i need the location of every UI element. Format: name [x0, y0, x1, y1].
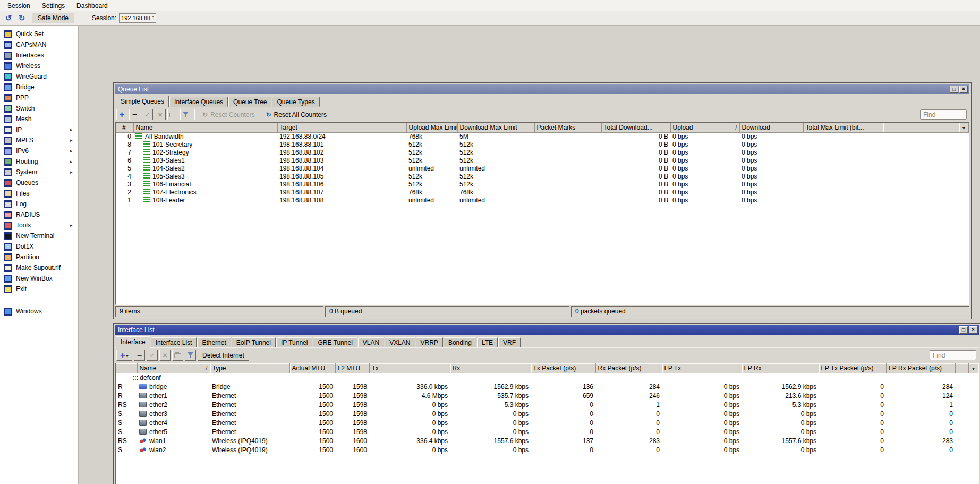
column-header-tx-packet[interactable]: Tx Packet (p/s) — [531, 363, 595, 373]
tab-lte[interactable]: LTE — [477, 337, 498, 347]
sidebar-item-ip[interactable]: IP ▸ — [0, 124, 78, 135]
tab-queue-tree[interactable]: Queue Tree — [228, 97, 271, 107]
tab-simple-queues[interactable]: Simple Queues — [116, 96, 169, 107]
reset-all-counters-button[interactable]: Reset All Counters — [261, 109, 331, 120]
redo-icon[interactable] — [16, 13, 27, 23]
sidebar-item-capsman[interactable]: CAPsMAN — [0, 39, 78, 50]
column-header-rx-packet[interactable]: Rx Packet (p/s) — [595, 363, 662, 373]
column-header-download[interactable]: Download — [739, 123, 803, 132]
remove-button[interactable] — [129, 109, 140, 120]
sidebar-item-files[interactable]: Files — [0, 188, 78, 199]
sidebar-item-bridge[interactable]: Bridge — [0, 82, 78, 92]
sidebar-item-dot1x[interactable]: Dot1X — [0, 241, 78, 252]
column-header-name[interactable]: Name — [133, 123, 277, 132]
tab-eoip-tunnel[interactable]: EoIP Tunnel — [232, 337, 276, 347]
interface-row-bridge[interactable]: R bridge Bridge 1500 1598 336.0 kbps 156… — [116, 382, 978, 391]
column-header-fp-tx-packet[interactable]: FP Tx Packet (p/s) — [819, 363, 886, 373]
column-header-rx[interactable]: Rx — [450, 363, 531, 373]
undo-icon[interactable] — [3, 13, 14, 23]
column-header-tx[interactable]: Tx — [369, 363, 450, 373]
queue-row-108-leader[interactable]: 1 108-Leader 198.168.88.108 unlimited un… — [116, 196, 969, 204]
sidebar-item-mesh[interactable]: Mesh — [0, 114, 78, 124]
interface-window-titlebar[interactable]: Interface List — [115, 325, 979, 335]
sidebar-item-switch[interactable]: Switch — [0, 103, 78, 114]
tab-vrf[interactable]: VRF — [498, 337, 521, 347]
tab-ip-tunnel[interactable]: IP Tunnel — [276, 337, 312, 347]
tab-bonding[interactable]: Bonding — [444, 337, 476, 347]
tab-queue-types[interactable]: Queue Types — [272, 97, 319, 107]
queue-row-102-strategy[interactable]: 7 102-Strategy 198.168.88.102 512k 512k … — [116, 148, 969, 156]
tab-interface-list[interactable]: Interface List — [151, 337, 197, 347]
sidebar-item-tools[interactable]: Tools ▸ — [0, 220, 78, 231]
tab-gre-tunnel[interactable]: GRE Tunnel — [313, 337, 357, 347]
add-button[interactable] — [116, 350, 132, 361]
interface-row-ether3[interactable]: S ether3 Ethernet 1500 1598 0 bps 0 bps … — [116, 409, 978, 418]
sidebar-item-mpls[interactable]: MPLS ▸ — [0, 135, 78, 146]
queue-row-104-sales2[interactable]: 5 104-Sales2 198.168.88.104 unlimited un… — [116, 164, 969, 172]
sidebar-item-exit[interactable]: Exit — [0, 284, 78, 294]
queue-row-107-electronics[interactable]: 2 107-Electronics 198.168.88.107 768k 76… — [116, 188, 969, 196]
column-header-actual-mtu[interactable]: Actual MTU — [289, 363, 335, 373]
sidebar-item-system[interactable]: System ▸ — [0, 167, 78, 177]
interface-row-wlan2[interactable]: S wlan2 Wireless (IPQ4019) 1500 1600 0 b… — [116, 445, 978, 454]
sidebar-item-ipv6[interactable]: IPv6 ▸ — [0, 146, 78, 156]
column-select-button[interactable] — [959, 123, 969, 132]
column-header-packet-marks[interactable]: Packet Marks — [534, 123, 601, 132]
column-header-l2-mtu[interactable]: L2 MTU — [335, 363, 369, 373]
interface-row-ether5[interactable]: S ether5 Ethernet 1500 1598 0 bps 0 bps … — [116, 427, 978, 436]
menu-dashboard[interactable]: Dashboard — [71, 0, 114, 11]
column-header-upload[interactable]: /Upload — [670, 123, 739, 132]
queue-row-106-financial[interactable]: 3 106-Financial 198.168.88.106 512k 512k… — [116, 180, 969, 188]
tab-vxlan[interactable]: VXLAN — [385, 337, 415, 347]
close-icon[interactable] — [969, 326, 977, 334]
find-input[interactable] — [930, 350, 976, 360]
sidebar-item-ppp[interactable]: PPP — [0, 92, 78, 103]
column-header-flags[interactable] — [116, 363, 137, 373]
interface-row-ether2[interactable]: RS ether2 Ethernet 1500 1598 0 bps 5.3 k… — [116, 400, 978, 409]
remove-button[interactable] — [134, 350, 145, 361]
sidebar-item-radius[interactable]: RADIUS — [0, 209, 78, 220]
sidebar-item-wireless[interactable]: Wireless — [0, 61, 78, 71]
queue-row-105-sales3[interactable]: 4 105-Sales3 198.168.88.105 512k 512k 0 … — [116, 172, 969, 180]
sidebar-item-partition[interactable]: Partition — [0, 252, 78, 262]
sidebar-item-new-winbox[interactable]: New WinBox — [0, 273, 78, 284]
tab-vrrp[interactable]: VRRP — [416, 337, 443, 347]
sidebar-item-make-supout-rif[interactable]: Make Supout.rif — [0, 262, 78, 273]
column-header-total-download[interactable]: Total Download... — [601, 123, 670, 132]
column-header-fp-rx-packet[interactable]: FP Rx Packet (p/s) — [886, 363, 955, 373]
safe-mode-button[interactable]: Safe Mode — [32, 13, 74, 23]
tab-interface[interactable]: Interface — [116, 336, 150, 348]
maximize-icon[interactable] — [959, 326, 968, 334]
column-header-num[interactable]: # — [116, 123, 133, 132]
column-header-type[interactable]: Type — [210, 363, 289, 373]
sidebar-item-windows[interactable]: Windows — [0, 306, 78, 317]
interface-row-wlan1[interactable]: RS wlan1 Wireless (IPQ4019) 1500 1600 33… — [116, 436, 978, 445]
sidebar-item-log[interactable]: Log — [0, 199, 78, 209]
sidebar-item-wireguard[interactable]: WireGuard — [0, 71, 78, 82]
column-header-fp-rx[interactable]: FP Rx — [742, 363, 819, 373]
queue-window-titlebar[interactable]: Queue List — [115, 84, 969, 94]
sidebar-item-interfaces[interactable]: Interfaces — [0, 50, 78, 61]
interface-row-ether1[interactable]: R ether1 Ethernet 1500 1598 4.6 Mbps 535… — [116, 391, 978, 400]
maximize-icon[interactable] — [950, 86, 958, 93]
column-header-download-max[interactable]: Download Max Limit — [457, 123, 534, 132]
detect-internet-button[interactable]: Detect Internet — [198, 350, 249, 361]
filter-button[interactable] — [185, 350, 196, 361]
sidebar-item-new-terminal[interactable]: New Terminal — [0, 231, 78, 241]
queue-row-all-bandwidth[interactable]: 0 All Bandwidth 192.168.88.0/24 768k 5M … — [116, 132, 969, 140]
sidebar-item-queues[interactable]: Queues — [0, 177, 78, 188]
filter-button[interactable] — [180, 109, 191, 120]
menu-session[interactable]: Session — [2, 0, 36, 11]
tab-ethernet[interactable]: Ethernet — [197, 337, 231, 347]
column-header-fp-tx[interactable]: FP Tx — [662, 363, 742, 373]
find-input[interactable] — [920, 109, 967, 120]
column-header-target[interactable]: Target — [277, 123, 406, 132]
queue-row-103-sales1[interactable]: 6 103-Sales1 198.168.88.103 512k 512k 0 … — [116, 156, 969, 164]
column-header-total-max[interactable]: Total Max Limit (bit... — [803, 123, 883, 132]
sidebar-item-routing[interactable]: Routing ▸ — [0, 156, 78, 167]
column-header-upload-max[interactable]: Upload Max Limit — [406, 123, 457, 132]
sidebar-item-quick-set[interactable]: Quick Set — [0, 29, 78, 39]
add-button[interactable] — [116, 109, 127, 120]
tab-vlan[interactable]: VLAN — [358, 337, 384, 347]
tab-interface-queues[interactable]: Interface Queues — [169, 97, 228, 107]
